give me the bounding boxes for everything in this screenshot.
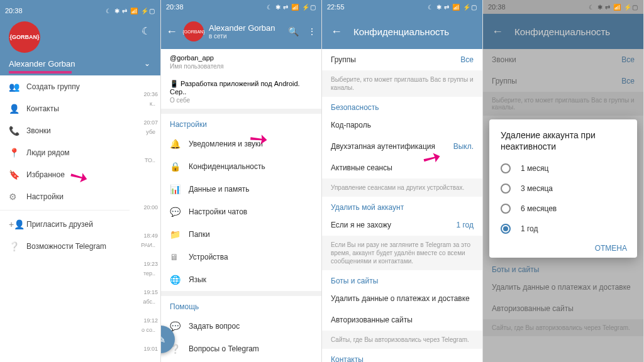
row-groups[interactable]: Группы Все [322,49,482,70]
user-name: Alexander Gorban [9,59,160,69]
bio-label: О себе [170,97,313,104]
setting-item[interactable]: 📁Папки [161,223,321,246]
setting-item[interactable]: 🔒Конфиденциальность [161,155,321,178]
dialog-panel: 20:38 ☾ ✱ ⇄ 📶 ⚡▢ ← Конфиденциальность Зв… [483,0,644,362]
username-label: Имя пользователя [170,63,313,70]
setting-icon: 🔒 [170,162,189,172]
setting-icon: 🌐 [170,275,189,285]
profile-header: ← {GORBAN} Alexander Gorban в сети 🔍 ⋮ [161,14,321,49]
setting-icon: 📊 [170,184,189,194]
row-passcode[interactable]: Код-пароль [322,114,482,136]
profile-name: Alexander Gorban [209,23,275,33]
drawer-item[interactable]: 👥Создать группу [0,75,130,97]
section-contacts: Контакты [322,349,482,362]
radio-icon [501,163,511,173]
hint-groups: Выберите, кто может приглашать Вас в гру… [483,92,643,116]
chat-time: 20:07 [143,119,158,126]
help-item[interactable]: 💬Задать вопрос [161,315,321,337]
drawer-item[interactable]: 📍Люди рядом [0,141,130,163]
accent-bar [9,71,72,74]
menu-icon: +👤 [9,219,26,229]
hint-auth: Сайты, где Вы авторизовались через Teleg… [322,331,482,349]
status-time: 20:38 [5,7,23,14]
hint-groups: Выберите, кто может приглашать Вас в гру… [322,70,482,97]
status-time: 20:38 [488,3,506,11]
night-mode-icon[interactable]: ☾ [142,25,150,37]
chat-time: 19:01 [143,346,158,352]
menu-icon: ❔ [9,241,26,251]
radio-option[interactable]: 3 месяца [489,178,637,199]
row-calls: ЗвонкиВсе [483,49,643,70]
avatar[interactable]: {GORBAN} [184,21,204,41]
hint-auth: Сайты, где Вы авторизовались через Teleg… [483,319,643,336]
radio-option[interactable]: 1 год [489,219,637,239]
menu-icon: 🔖 [9,170,26,180]
divider [161,109,321,114]
cancel-button[interactable]: ОТМЕНА [489,239,637,253]
radio-option[interactable]: 1 месяц [489,158,637,178]
row-inactive[interactable]: Если я не захожу 1 год [322,214,482,236]
drawer-item[interactable]: 🔖Избранное [0,163,130,185]
drawer-item[interactable]: 👤Контакты [0,97,130,119]
status-icons: ☾ ✱ ⇄ 📶 ⚡▢ [428,4,477,11]
chat-time: 20:36 [143,91,158,97]
privacy-header: ← Конфиденциальность [322,14,482,49]
settings-panel: 20:38 ☾ ✱ ⇄ 📶 ⚡▢ ← {GORBAN} Alexander Go… [161,0,322,362]
drawer-panel: 🔍 20:38 ☾ ✱ ⇄ 📶 ⚡▢ {GORBAN} ☾ Alexander … [0,0,161,362]
chat-time: 19:12 [143,317,158,324]
back-icon[interactable]: ← [331,25,342,38]
chat-snip: тер.. [143,270,155,277]
row-payments[interactable]: Удалить данные о платежах и доставке [322,288,482,309]
status-bar: 22:55 ☾ ✱ ⇄ 📶 ⚡▢ [322,0,482,14]
section-security: Безопасность [322,97,482,114]
status-time: 20:38 [166,3,184,11]
setting-item[interactable]: 📊Данные и память [161,178,321,200]
profile-status: в сети [209,33,275,40]
chevron-down-icon[interactable]: ⌄ [144,59,150,68]
drawer-menu: 👥Создать группу👤Контакты📞Звонки📍Люди ряд… [0,75,130,257]
row-sessions[interactable]: Активные сеансы [322,157,482,178]
section-delete: Удалить мой аккаунт [322,197,482,214]
username-block[interactable]: @gorban_app Имя пользователя [161,49,321,75]
avatar[interactable]: {GORBAN} [9,21,40,53]
menu-icon: 📍 [9,148,26,158]
setting-icon: 🔔 [170,139,189,149]
radio-option[interactable]: 6 месяцев [489,199,637,219]
row-auth: Авторизованные сайты [483,298,643,319]
radio-icon [501,224,511,234]
username: @gorban_app [170,54,313,62]
row-auth-sites[interactable]: Авторизованные сайты [322,309,482,331]
setting-icon: 🖥 [170,252,189,262]
divider [161,291,321,296]
section-help: Помощь [161,296,321,315]
status-bar: 20:38 ☾ ✱ ⇄ 📶 ⚡▢ [161,0,321,14]
status-icons: ☾ ✱ ⇄ 📶 ⚡▢ [267,4,316,11]
chat-time: 18:49 [143,233,158,239]
setting-item[interactable]: 💬Настройки чатов [161,200,321,223]
status-bar: 20:38 ☾ ✱ ⇄ 📶 ⚡▢ [483,0,643,14]
chat-time: 19:15 [143,289,158,295]
drawer-item[interactable]: ❔Возможности Telegram [0,235,130,257]
drawer-item[interactable]: +👤Пригласить друзей [0,213,130,235]
setting-item[interactable]: 🖥Устройства [161,246,321,268]
delete-inactivity-dialog: Удаление аккаунта при неактивности 1 мес… [489,119,637,258]
setting-item[interactable]: 🔔Уведомления и звуки [161,133,321,155]
help-icon: 💬 [170,321,189,331]
privacy-header-dim: ← Конфиденциальность [483,14,643,49]
status-time: 22:55 [327,3,345,11]
back-icon[interactable]: ← [166,25,177,38]
drawer-item[interactable]: ⚙Настройки [0,185,130,207]
back-icon[interactable]: ← [492,25,503,38]
row-twostep[interactable]: Двухэтапная аутентификация Выкл. [322,136,482,157]
more-icon[interactable]: ⋮ [308,26,316,36]
menu-icon: 👤 [9,104,26,114]
search-icon[interactable]: 🔍 [288,26,299,36]
drawer-item[interactable]: 📞Звонки [0,119,130,141]
bio-block[interactable]: 📱 Разработка приложений под Android. Сер… [161,75,321,109]
section-bots: Боты и сайты [483,259,643,277]
setting-item[interactable]: 🌐Язык [161,268,321,291]
help-item[interactable]: ❔Вопросы о Telegram [161,337,321,360]
divider [0,210,130,211]
radio-icon [501,204,511,214]
chat-snip: к.. [150,101,155,107]
